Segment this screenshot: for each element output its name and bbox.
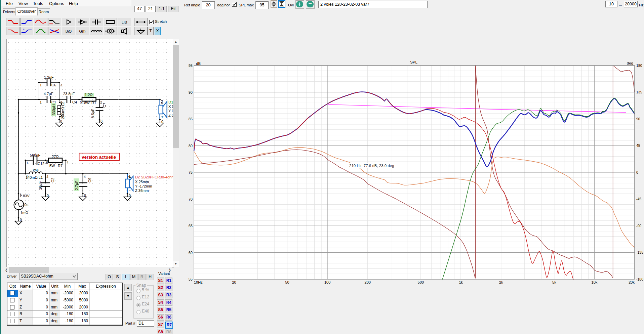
svg-text:Y -172mm: Y -172mm: [135, 184, 152, 188]
svg-text:55: 55: [189, 277, 193, 281]
svg-text:LIB: LIB: [121, 20, 127, 24]
svg-text:210 Hz, 77.6 dB, 23.0 deg: 210 Hz, 77.6 dB, 23.0 deg: [349, 164, 394, 168]
svg-text:0: 0: [60, 119, 62, 123]
svg-text:5W: 5W: [49, 164, 55, 168]
svg-text:10k: 10k: [592, 280, 598, 284]
svg-text:90: 90: [636, 117, 640, 121]
svg-text:45: 45: [636, 143, 640, 148]
svg-text:−: −: [129, 189, 131, 193]
svg-text:C4: C4: [72, 100, 77, 104]
svg-text:4: 4: [67, 161, 69, 165]
svg-text:1: 1: [26, 161, 28, 165]
svg-text:-90: -90: [636, 224, 641, 228]
svg-text:0: 0: [129, 194, 131, 198]
svg-text:SPL: SPL: [410, 60, 417, 64]
svg-text:+: +: [161, 114, 164, 119]
svg-text:20: 20: [232, 280, 236, 284]
svg-text:D2 SB20PFCR30-4ohm: D2 SB20PFCR30-4ohm: [135, 175, 173, 179]
svg-text:G(f): G(f): [79, 29, 86, 33]
svg-text:Y 0mm: Y 0mm: [168, 109, 173, 113]
svg-text:135: 135: [636, 90, 642, 94]
svg-text:dB: dB: [196, 61, 201, 66]
svg-text:1: 1: [19, 193, 22, 197]
svg-text:4.7µF: 4.7µF: [44, 92, 53, 96]
svg-text:1: 1: [40, 100, 42, 104]
svg-text:100: 100: [324, 280, 330, 284]
svg-text:3: 3: [60, 83, 62, 87]
svg-text:90: 90: [189, 90, 193, 94]
svg-text:0: 0: [100, 119, 103, 123]
svg-text:1: 1: [26, 174, 28, 178]
svg-text:1.8W: 1.8W: [81, 101, 90, 105]
svg-text:16µF: 16µF: [38, 181, 42, 190]
svg-text:23.8µF: 23.8µF: [63, 92, 75, 96]
svg-text:50: 50: [285, 280, 289, 284]
svg-text:75: 75: [189, 170, 193, 174]
svg-text:0: 0: [161, 120, 163, 124]
svg-text:80: 80: [189, 144, 193, 148]
svg-text:5k: 5k: [552, 280, 556, 284]
svg-text:-45: -45: [636, 197, 641, 201]
svg-text:60: 60: [189, 251, 193, 255]
svg-text:+: +: [129, 175, 131, 180]
svg-text:C2: C2: [51, 178, 55, 182]
svg-text:65: 65: [189, 224, 193, 228]
svg-text:deg: deg: [627, 61, 633, 65]
svg-text:1mΩ: 1mΩ: [21, 211, 29, 215]
svg-text:C7: C7: [103, 103, 107, 108]
svg-text:-135: -135: [636, 250, 643, 254]
svg-text:6: 6: [46, 161, 48, 165]
svg-text:Z 36mm: Z 36mm: [135, 189, 149, 193]
svg-text:X 0mm: X 0mm: [168, 105, 173, 109]
svg-text:2.7µF: 2.7µF: [75, 180, 79, 190]
svg-text:0: 0: [47, 194, 49, 198]
svg-text:4: 4: [46, 175, 48, 179]
svg-text:500: 500: [418, 280, 424, 284]
svg-text:C9: C9: [88, 178, 92, 182]
svg-text:200mΩ L2: 200mΩ L2: [61, 102, 65, 119]
svg-text:−: −: [161, 101, 163, 106]
svg-text:200: 200: [365, 280, 371, 284]
svg-text:0s: 0s: [25, 203, 29, 207]
svg-text:140mΩ L1: 140mΩ L1: [26, 175, 43, 179]
svg-text:X 25mm: X 25mm: [135, 180, 149, 184]
svg-text:180: 180: [636, 64, 642, 68]
svg-text:1: 1: [40, 83, 42, 87]
svg-text:-180: -180: [636, 277, 643, 281]
svg-text:20k: 20k: [629, 280, 635, 284]
svg-text:0: 0: [84, 194, 86, 198]
svg-text:330µH: 330µH: [52, 104, 56, 115]
svg-text:version actuelle: version actuelle: [82, 155, 116, 160]
svg-text:2k: 2k: [499, 280, 503, 284]
svg-text:R7: R7: [58, 164, 63, 168]
svg-text:95: 95: [189, 64, 193, 68]
svg-text:10Hz: 10Hz: [194, 280, 203, 284]
svg-text:8.5µF: 8.5µF: [91, 109, 95, 118]
svg-text:1.2µF: 1.2µF: [44, 75, 54, 79]
svg-text:C6: C6: [51, 83, 56, 87]
svg-text:C12: C12: [38, 162, 44, 166]
svg-text:D1: D1: [168, 100, 173, 104]
svg-text:3mH: 3mH: [32, 168, 39, 172]
svg-text:0: 0: [636, 170, 638, 174]
svg-text:1k: 1k: [459, 280, 463, 284]
svg-text:R1: R1: [91, 101, 96, 105]
svg-text:70: 70: [189, 197, 193, 201]
svg-text:BiQ: BiQ: [66, 29, 72, 33]
svg-text:1.2Ω: 1.2Ω: [85, 93, 93, 97]
svg-text:560nF: 560nF: [30, 153, 40, 157]
svg-text:85: 85: [189, 117, 193, 121]
svg-text:Z 0mm: Z 0mm: [168, 113, 173, 117]
svg-text:27Ω: 27Ω: [52, 155, 58, 159]
svg-text:4: 4: [84, 175, 86, 179]
svg-text:2: 2: [100, 100, 102, 104]
